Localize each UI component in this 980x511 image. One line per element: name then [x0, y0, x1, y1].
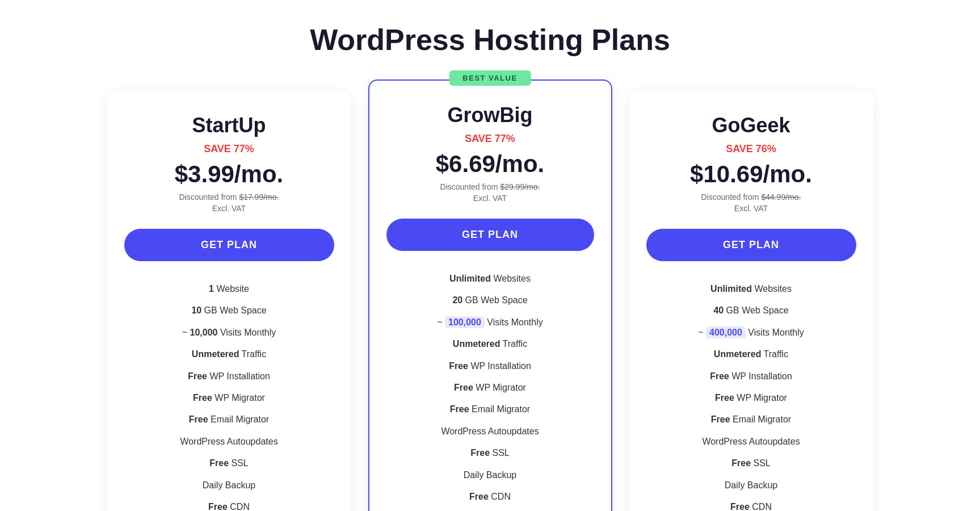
feature-item: Free CDN: [646, 496, 856, 511]
feature-suffix: Daily Backup: [464, 470, 516, 480]
plan-card-gogeek: GoGeekSAVE 76%$10.69/mo.Discounted from …: [629, 91, 873, 511]
page-title: WordPress Hosting Plans: [310, 23, 670, 57]
plan-name-gogeek: GoGeek: [646, 114, 856, 137]
price-gogeek: $10.69/mo.: [646, 161, 856, 188]
feature-suffix: GB Web Space: [724, 305, 788, 315]
feature-bold: Free: [470, 448, 490, 458]
feature-suffix: CDN: [750, 502, 772, 511]
original-price-growbig: Discounted from $29.99/mo.: [386, 182, 594, 191]
feature-item: ~ 100,000 Visits Monthly: [386, 312, 594, 333]
feature-bold: Free: [731, 458, 751, 468]
feature-item: Free Email Migrator: [124, 409, 334, 430]
feature-suffix: Daily Backup: [725, 480, 777, 490]
feature-bold: Free: [710, 371, 729, 381]
feature-item: Daily Backup: [386, 464, 594, 486]
feature-suffix: Daily Backup: [203, 480, 255, 490]
feature-prefix: ~: [437, 317, 445, 327]
feature-bold: Free: [450, 404, 469, 414]
feature-item: WordPress Autoupdates: [386, 421, 594, 442]
feature-item: ~ 400,000 Visits Monthly: [646, 322, 856, 344]
feature-bold: 10,000: [190, 328, 218, 337]
features-list-gogeek: Unlimited Websites40 GB Web Space~ 400,0…: [646, 278, 856, 511]
plan-card-growbig: BEST VALUEGrowBigSAVE 77%$6.69/mo.Discou…: [368, 79, 612, 511]
feature-item: WordPress Autoupdates: [124, 431, 334, 453]
feature-item: Free WP Installation: [124, 366, 334, 387]
get-plan-button-startup[interactable]: GET PLAN: [124, 229, 334, 261]
excl-vat-gogeek: Excl. VAT: [646, 204, 856, 213]
feature-item: Free Email Migrator: [646, 409, 856, 430]
get-plan-button-gogeek[interactable]: GET PLAN: [646, 229, 856, 261]
feature-suffix: WP Migrator: [473, 383, 526, 392]
feature-item: Daily Backup: [124, 475, 334, 496]
feature-suffix: WP Migrator: [212, 393, 265, 403]
plan-name-startup: StartUp: [124, 114, 334, 137]
feature-suffix: SSL: [751, 458, 771, 468]
feature-item: Free Email Migrator: [386, 399, 594, 420]
feature-bold: Free: [711, 414, 730, 424]
plans-container: StartUpSAVE 77%$3.99/mo.Discounted from …: [93, 91, 888, 511]
feature-bold: 1: [209, 284, 214, 294]
feature-item: 40 GB Web Space: [646, 300, 856, 321]
feature-item: Free WP Installation: [386, 355, 594, 377]
get-plan-button-growbig[interactable]: GET PLAN: [386, 219, 594, 251]
feature-bold: Free: [193, 393, 212, 403]
feature-bold: Unmetered: [714, 349, 762, 359]
feature-suffix: Traffic: [761, 349, 788, 359]
feature-prefix: ~: [182, 328, 190, 337]
feature-bold: Free: [730, 502, 750, 511]
feature-bold: 40: [713, 305, 724, 315]
save-badge-growbig: SAVE 77%: [386, 133, 594, 145]
feature-item: Unmetered Traffic: [386, 333, 594, 355]
feature-bold: Unmetered: [453, 339, 500, 349]
feature-bold: 20: [452, 295, 462, 305]
feature-suffix: Traffic: [500, 339, 527, 349]
feature-prefix: ~: [698, 328, 706, 337]
original-price-startup: Discounted from $17.99/mo.: [124, 192, 334, 202]
feature-item: Unmetered Traffic: [646, 344, 856, 365]
feature-suffix: WP Installation: [207, 371, 270, 381]
feature-suffix: Email Migrator: [208, 414, 270, 424]
feature-bold: Free: [454, 383, 473, 392]
feature-suffix: WordPress Autoupdates: [702, 437, 800, 446]
feature-item: Unmetered Traffic: [124, 344, 334, 365]
feature-suffix: Visits Monthly: [485, 317, 543, 327]
feature-suffix: CDN: [489, 492, 511, 501]
feature-item: Free SSL: [386, 442, 594, 464]
feature-item: Free WP Migrator: [386, 377, 594, 399]
feature-bold: Free: [715, 393, 734, 403]
feature-suffix: Websites: [491, 274, 531, 283]
feature-item: Free CDN: [386, 486, 594, 508]
feature-suffix: Visits Monthly: [217, 328, 276, 337]
feature-suffix: Visits Monthly: [746, 328, 804, 337]
price-startup: $3.99/mo.: [124, 161, 334, 188]
feature-bold: 400,000: [706, 326, 746, 338]
best-value-badge: BEST VALUE: [449, 70, 531, 86]
features-list-startup: 1 Website10 GB Web Space~ 10,000 Visits …: [124, 278, 334, 511]
feature-suffix: Email Migrator: [730, 414, 792, 424]
excl-vat-startup: Excl. VAT: [124, 204, 334, 213]
feature-bold: Free: [469, 492, 489, 501]
feature-suffix: Website: [214, 284, 249, 294]
feature-item: 20 GB Web Space: [386, 290, 594, 311]
feature-item: Free WP Migrator: [124, 387, 334, 409]
feature-bold: Unmetered: [192, 349, 239, 359]
save-badge-gogeek: SAVE 76%: [646, 143, 856, 155]
plan-card-startup: StartUpSAVE 77%$3.99/mo.Discounted from …: [107, 91, 351, 511]
feature-item: Free SSL: [646, 453, 856, 474]
feature-suffix: GB Web Space: [462, 295, 527, 305]
feature-bold: Free: [188, 371, 207, 381]
plan-name-growbig: GrowBig: [386, 103, 594, 127]
feature-suffix: Email Migrator: [469, 404, 531, 414]
feature-suffix: WordPress Autoupdates: [441, 426, 539, 436]
feature-suffix: WP Installation: [468, 361, 531, 371]
feature-item: 10 GB Web Space: [124, 300, 334, 321]
feature-bold: Free: [449, 361, 468, 371]
feature-item: Unlimited Websites: [386, 268, 594, 290]
feature-bold: Free: [189, 414, 208, 424]
save-badge-startup: SAVE 77%: [124, 143, 334, 155]
feature-bold: Unlimited: [710, 284, 752, 294]
feature-item: Daily Backup: [646, 475, 856, 496]
feature-item: 1 Website: [124, 278, 334, 300]
feature-suffix: SSL: [229, 458, 249, 468]
feature-item: Free CDN: [124, 496, 334, 511]
